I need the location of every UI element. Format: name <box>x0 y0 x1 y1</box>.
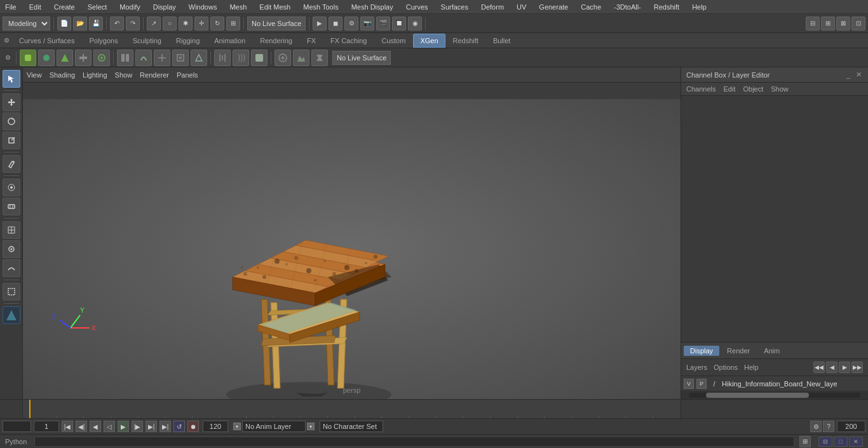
menu-3dtoll[interactable]: -3DtoAll- <box>611 3 644 11</box>
timeline-cursor[interactable] <box>29 400 31 419</box>
viewport-menu-shading[interactable]: Shading <box>50 71 75 79</box>
tab-bullet[interactable]: Bullet <box>486 34 518 48</box>
tab-custom[interactable]: Custom <box>375 34 413 48</box>
xgen-tool-11[interactable] <box>214 50 231 66</box>
xgen-tool-7[interactable] <box>135 50 152 66</box>
menu-select[interactable]: Select <box>85 3 110 11</box>
show-hide-tool[interactable] <box>3 198 20 215</box>
menu-mesh[interactable]: Mesh <box>227 3 249 11</box>
tab-render[interactable]: Render <box>721 346 756 356</box>
tab-anim[interactable]: Anim <box>757 346 786 356</box>
play-fwd-btn[interactable]: ▶ <box>118 421 129 432</box>
rotate-tool[interactable] <box>3 112 20 130</box>
paint-tool[interactable] <box>3 155 20 173</box>
script-run-btn[interactable]: ⊞ <box>799 436 811 447</box>
render-region-tool[interactable] <box>3 283 20 301</box>
xgen-tool-15[interactable] <box>293 50 309 66</box>
xgen-tool-12[interactable] <box>233 50 249 66</box>
panel-btn-3[interactable]: ✕ <box>849 437 863 447</box>
layer-playback-btn[interactable]: P <box>696 379 707 389</box>
viewport-menu-panels[interactable]: Panels <box>177 71 198 79</box>
scrollbar-thumb[interactable] <box>706 393 809 398</box>
xgen-tool-8[interactable] <box>154 50 170 66</box>
anim-layer-arrow2[interactable]: ▾ <box>307 423 315 430</box>
rotate-btn[interactable]: ↻ <box>210 17 224 31</box>
layer-edit-icon[interactable]: / <box>709 379 719 389</box>
next-frame-btn[interactable]: |▶ <box>132 421 143 432</box>
save-scene-btn[interactable]: 💾 <box>89 17 103 31</box>
menu-generate[interactable]: Generate <box>536 3 571 11</box>
timeline-ticks[interactable] <box>23 400 681 419</box>
menu-uv[interactable]: UV <box>514 3 529 11</box>
scale-btn[interactable]: ⊞ <box>226 17 240 31</box>
snap-grid-tool[interactable] <box>3 221 20 239</box>
xgen-tool-9[interactable] <box>172 50 189 66</box>
tab-xgen[interactable]: XGen <box>413 34 445 48</box>
step-back-btn[interactable]: ◀| <box>76 421 87 432</box>
xgen-tool-1[interactable] <box>20 50 36 66</box>
menu-cache[interactable]: Cache <box>578 3 604 11</box>
anim-layer-arrow[interactable]: ▾ <box>233 423 241 430</box>
scale-tool[interactable] <box>3 132 20 149</box>
tab-rendering[interactable]: Rendering <box>253 34 299 48</box>
radio-btn[interactable]: ◉ <box>408 17 422 31</box>
menu-modify[interactable]: Modify <box>117 3 142 11</box>
render-btn[interactable]: ▶ <box>313 17 327 31</box>
viewport-menu-view[interactable]: View <box>27 71 42 79</box>
panel-close-btn[interactable]: ✕ <box>854 71 863 79</box>
tab-fx-caching[interactable]: FX Caching <box>323 34 374 48</box>
xgen-tool-10[interactable] <box>191 50 207 66</box>
tab-sculpting[interactable]: Sculpting <box>126 34 168 48</box>
soft-select-tool[interactable] <box>3 179 20 196</box>
menu-surfaces[interactable]: Surfaces <box>438 3 471 11</box>
xgen-settings-icon[interactable]: ⚙ <box>3 53 13 63</box>
xgen-tool-4[interactable] <box>75 50 92 66</box>
tab-display[interactable]: Display <box>684 346 719 356</box>
layout-btn-2[interactable]: ⊞ <box>821 17 835 31</box>
layers-menu-help[interactable]: Help <box>744 363 759 371</box>
panel-btn-1[interactable]: ⊟ <box>818 437 832 447</box>
paint-select-btn[interactable]: ✱ <box>179 17 193 31</box>
open-scene-btn[interactable]: 📂 <box>73 17 87 31</box>
layers-menu-options[interactable]: Options <box>714 363 738 371</box>
lasso-btn[interactable]: ○ <box>163 17 177 31</box>
menu-edit[interactable]: Edit <box>27 3 44 11</box>
xgen-tool-3[interactable] <box>57 50 73 66</box>
layer-nav-prev[interactable]: ◀ <box>826 362 837 373</box>
tab-curves-surfaces[interactable]: Curves / Surfaces <box>12 34 81 48</box>
xgen-tool-2[interactable] <box>38 50 55 66</box>
snap-surface-tool[interactable] <box>3 259 20 277</box>
render3-btn[interactable]: 🔲 <box>392 17 406 31</box>
preferences-btn[interactable]: ⚙ <box>810 421 822 432</box>
redo-btn[interactable]: ↷ <box>126 17 140 31</box>
xgen-tool-6[interactable] <box>117 50 133 66</box>
move-tool[interactable] <box>3 93 20 111</box>
layout-btn-3[interactable]: ⊠ <box>836 17 850 31</box>
xgen-tool-5[interactable] <box>93 50 110 66</box>
menu-help[interactable]: Help <box>689 3 709 11</box>
live-surface-btn[interactable]: No Live Surface <box>247 17 306 31</box>
viewport-canvas[interactable]: X Y Z persp <box>23 99 681 399</box>
menu-mesh-display[interactable]: Mesh Display <box>349 3 396 11</box>
menu-display[interactable]: Display <box>151 3 179 11</box>
render-settings-btn[interactable]: ⚙ <box>344 17 358 31</box>
new-scene-btn[interactable]: 📄 <box>57 17 71 31</box>
play-back-btn[interactable]: ◁ <box>104 421 115 432</box>
range-start-input[interactable] <box>34 421 59 432</box>
layout-btn-1[interactable]: ⊟ <box>806 17 820 31</box>
move-btn[interactable]: ✛ <box>194 17 208 31</box>
layer-nav-next[interactable]: ▶ <box>839 362 850 373</box>
record-btn[interactable]: ⏺ <box>187 421 199 432</box>
tab-fx[interactable]: FX <box>300 34 323 48</box>
prev-frame-btn[interactable]: ◀ <box>90 421 101 432</box>
go-start-btn[interactable]: |◀ <box>62 421 73 432</box>
menu-edit-mesh[interactable]: Edit Mesh <box>257 3 293 11</box>
viewport-menu-show[interactable]: Show <box>115 71 133 79</box>
xgen-tool-13[interactable] <box>251 50 268 66</box>
tab-rigging[interactable]: Rigging <box>169 34 207 48</box>
select-tool[interactable] <box>3 70 20 88</box>
menu-create[interactable]: Create <box>51 3 78 11</box>
script-input[interactable] <box>34 437 794 447</box>
current-frame-input[interactable] <box>3 421 31 432</box>
snap-point-tool[interactable] <box>3 240 20 258</box>
